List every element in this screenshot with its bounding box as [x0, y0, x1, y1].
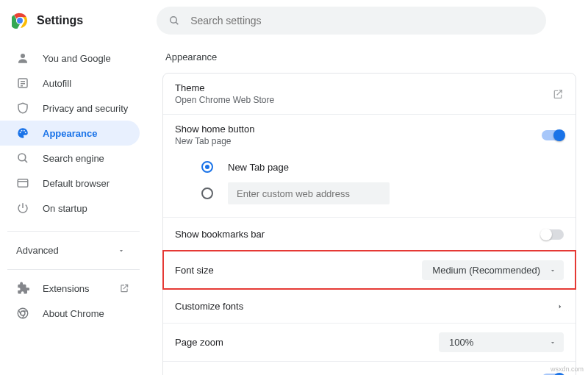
- sidebar-item-you-and-google[interactable]: You and Google: [0, 46, 140, 71]
- bookmarks-bar-toggle[interactable]: [542, 229, 564, 240]
- chevron-down-icon: [549, 339, 556, 346]
- sidebar-item-default-browser[interactable]: Default browser: [0, 171, 140, 196]
- palette-icon: [16, 126, 29, 140]
- divider: [7, 269, 140, 270]
- radio-icon: [201, 188, 213, 199]
- theme-subtitle: Open Chrome Web Store: [175, 95, 274, 105]
- row-theme[interactable]: Theme Open Chrome Web Store: [163, 74, 576, 114]
- home-button-toggle[interactable]: [542, 130, 564, 140]
- bookmarks-bar-title: Show bookmarks bar: [175, 229, 265, 240]
- search-icon: [16, 151, 29, 165]
- person-icon: [16, 51, 29, 65]
- extension-icon: [16, 282, 29, 295]
- page-zoom-select[interactable]: 100%: [439, 332, 564, 352]
- sidebar-item-search-engine[interactable]: Search engine: [0, 146, 140, 171]
- chevron-right-icon: [556, 303, 564, 310]
- page-zoom-value: 100%: [449, 337, 473, 348]
- sidebar-item-label: Autofill: [43, 78, 71, 89]
- svg-point-3: [171, 17, 177, 24]
- sidebar-advanced-toggle[interactable]: Advanced: [0, 238, 140, 263]
- row-page-zoom[interactable]: Page zoom 100%: [163, 323, 576, 361]
- svg-line-15: [24, 160, 27, 162]
- sidebar-item-label: Search engine: [43, 153, 104, 164]
- shield-icon: [16, 101, 29, 115]
- chevron-down-icon: [118, 247, 125, 254]
- search-icon: [168, 15, 180, 26]
- svg-point-5: [21, 54, 25, 58]
- open-in-new-icon: [552, 88, 564, 100]
- svg-line-4: [176, 22, 178, 24]
- radio-label: New Tab page: [228, 162, 289, 173]
- browser-icon: [16, 176, 29, 190]
- sidebar-item-label: Default browser: [43, 178, 110, 189]
- main-content: Appearance Theme Open Chrome Web Store: [151, 41, 588, 375]
- autofill-icon: [16, 76, 29, 90]
- svg-point-12: [24, 130, 25, 132]
- sidebar-item-label: Extensions: [43, 283, 90, 294]
- power-icon: [16, 201, 29, 215]
- sidebar-item-label: Appearance: [43, 128, 97, 139]
- chevron-down-icon: [549, 267, 556, 274]
- sidebar-item-label: About Chrome: [43, 308, 104, 319]
- sidebar-item-extensions[interactable]: Extensions: [0, 276, 140, 301]
- row-font-size[interactable]: Font size Medium (Recommended): [163, 251, 576, 289]
- svg-point-2: [17, 18, 23, 24]
- row-home-button: Show home button New Tab page: [163, 114, 576, 149]
- search-input[interactable]: [189, 14, 534, 27]
- sidebar-item-autofill[interactable]: Autofill: [0, 71, 140, 96]
- advanced-label: Advanced: [16, 245, 59, 256]
- search-box[interactable]: [157, 7, 546, 35]
- row-tab-highlight: Pressing Tab on a webpage highlights lin…: [163, 361, 576, 375]
- open-in-new-icon: [119, 283, 129, 293]
- chrome-outline-icon: [16, 307, 29, 320]
- divider: [7, 231, 140, 232]
- sidebar-item-label: On startup: [43, 203, 87, 214]
- font-size-select[interactable]: Medium (Recommended): [422, 260, 564, 280]
- customize-fonts-title: Customize fonts: [175, 301, 243, 312]
- header-bar: Settings: [0, 0, 588, 41]
- sidebar-item-on-startup[interactable]: On startup: [0, 196, 140, 221]
- custom-address-input[interactable]: [228, 182, 390, 204]
- section-title: Appearance: [165, 51, 573, 63]
- page-title: Settings: [37, 14, 83, 27]
- home-button-options: New Tab page: [163, 149, 576, 217]
- radio-icon: [201, 161, 213, 173]
- home-button-title: Show home button: [175, 124, 254, 135]
- svg-rect-16: [18, 179, 28, 188]
- appearance-card: Theme Open Chrome Web Store Show home bu…: [162, 73, 576, 375]
- sidebar-item-privacy[interactable]: Privacy and security: [0, 96, 140, 121]
- svg-point-10: [20, 132, 21, 133]
- svg-point-13: [25, 132, 26, 133]
- row-bookmarks-bar: Show bookmarks bar: [163, 217, 576, 251]
- font-size-value: Medium (Recommended): [432, 265, 540, 276]
- row-customize-fonts[interactable]: Customize fonts: [163, 289, 576, 323]
- font-size-title: Font size: [175, 265, 214, 276]
- sidebar: You and Google Autofill Privacy and secu…: [0, 41, 151, 375]
- theme-title: Theme: [175, 82, 274, 93]
- svg-point-11: [21, 130, 23, 132]
- sidebar-item-appearance[interactable]: Appearance: [0, 121, 140, 146]
- radio-new-tab-page[interactable]: New Tab page: [201, 154, 564, 180]
- radio-custom-address[interactable]: [201, 180, 564, 207]
- page-zoom-title: Page zoom: [175, 337, 223, 348]
- sidebar-item-about-chrome[interactable]: About Chrome: [0, 301, 140, 326]
- svg-point-14: [18, 154, 26, 161]
- sidebar-item-label: Privacy and security: [43, 103, 128, 114]
- home-button-subtitle: New Tab page: [175, 136, 254, 146]
- sidebar-item-label: You and Google: [43, 53, 111, 64]
- chrome-logo-icon: [12, 12, 28, 29]
- watermark: wsxdn.com: [551, 365, 584, 373]
